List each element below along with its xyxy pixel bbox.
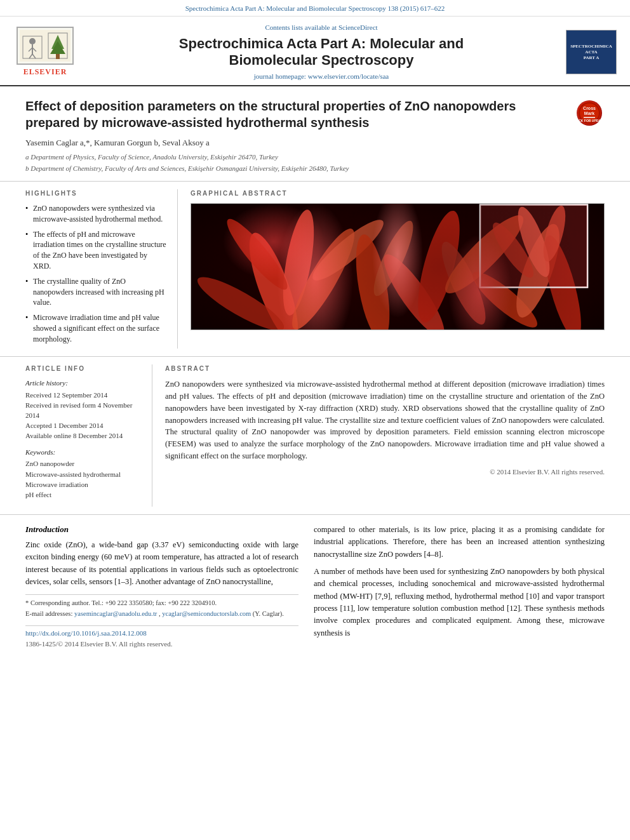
journal-header: ELSEVIER Contents lists available at Sci… <box>0 17 630 86</box>
contents-availability: Contents lists available at ScienceDirec… <box>86 23 556 32</box>
article-title: Effect of deposition parameters on the s… <box>25 98 566 131</box>
svg-point-37 <box>539 204 570 263</box>
doi-link[interactable]: http://dx.doi.org/10.1016/j.saa.2014.12.… <box>25 629 298 638</box>
svg-point-27 <box>375 248 452 330</box>
highlight-item-1: ZnO nanopowders were synthesized via mic… <box>25 203 167 225</box>
body-right-column: compared to other materials, is its low … <box>314 524 605 650</box>
svg-rect-0 <box>20 30 70 62</box>
email-note: E-mail addresses: yasemincaglar@anadolu.… <box>25 610 298 619</box>
graphical-abstract-image: 1μm HV: 5.0 kV WD: 8.0 mm Det: SE2 Mag: … <box>191 203 605 330</box>
intro-paragraph-right-2: A number of methods have been used for s… <box>314 566 605 639</box>
abstract-text: ZnO nanopowders were synthesized via mic… <box>165 378 605 462</box>
crossmark-icon[interactable]: Cross Mark CHECK FOR UPDATES <box>577 100 602 126</box>
svg-point-22 <box>283 222 363 330</box>
affiliation-b: b Department of Chemistry, Faculty of Ar… <box>25 164 566 173</box>
article-info-abstract-section: ARTICLE INFO Article history: Received 1… <box>0 357 630 514</box>
svg-rect-35 <box>480 204 587 287</box>
affiliation-a: a Department of Physics, Faculty of Scie… <box>25 152 566 162</box>
svg-point-25 <box>350 232 396 330</box>
abstract-label: ABSTRACT <box>165 364 605 373</box>
svg-point-31 <box>466 265 543 330</box>
svg-point-24 <box>306 213 389 288</box>
issn-line: 1386-1425/© 2014 Elsevier B.V. All right… <box>25 639 298 649</box>
svg-text:CHECK FOR UPDATES: CHECK FOR UPDATES <box>577 119 601 123</box>
highlight-item-3: The crystalline quality of ZnO nanopowde… <box>25 276 167 308</box>
journal-homepage: journal homepage: www.elsevier.com/locat… <box>86 72 556 81</box>
copyright-notice: © 2014 Elsevier B.V. All rights reserved… <box>165 467 605 477</box>
article-info-label: ARTICLE INFO <box>25 364 142 373</box>
received-date: Received 12 September 2014 <box>25 390 142 400</box>
svg-point-33 <box>537 232 588 330</box>
svg-point-19 <box>240 228 307 330</box>
body-left-column: Introduction Zinc oxide (ZnO), a wide-ba… <box>25 524 298 650</box>
accepted-date: Accepted 1 December 2014 <box>25 421 142 430</box>
svg-point-36 <box>512 204 556 280</box>
journal-title: Spectrochimica Acta Part A: Molecular an… <box>86 36 556 69</box>
svg-point-21 <box>220 213 294 296</box>
highlights-label: HIGHLIGHTS <box>25 189 167 198</box>
highlight-item-4: Microwave irradiation time and pH value … <box>25 312 167 344</box>
svg-point-23 <box>192 269 289 330</box>
graphical-abstract-label: GRAPHICAL ABSTRACT <box>191 189 605 198</box>
doi-section: http://dx.doi.org/10.1016/j.saa.2014.12.… <box>25 625 298 650</box>
highlights-column: HIGHLIGHTS ZnO nanopowders were synthesi… <box>25 189 178 349</box>
crossmark-badge-area[interactable]: Cross Mark CHECK FOR UPDATES <box>577 98 605 126</box>
email-label: E-mail addresses: <box>25 610 74 617</box>
keywords-label: Keywords: <box>25 448 142 457</box>
journal-citation-bar: Spectrochimica Acta Part A: Molecular an… <box>0 0 630 17</box>
svg-rect-11 <box>56 54 60 59</box>
article-history: Article history: Received 12 September 2… <box>25 378 142 441</box>
article-info-column: ARTICLE INFO Article history: Received 1… <box>25 364 152 506</box>
graphical-abstract-column: GRAPHICAL ABSTRACT <box>191 189 605 349</box>
journal-citation-text: Spectrochimica Acta Part A: Molecular an… <box>185 4 445 12</box>
abstract-column: ABSTRACT ZnO nanopowders were synthesize… <box>165 364 605 506</box>
svg-point-38 <box>486 218 539 283</box>
email-link-2[interactable]: ycaglar@semiconductorslab.com <box>162 610 251 617</box>
svg-point-28 <box>410 207 468 326</box>
svg-point-20 <box>277 208 320 317</box>
keywords-section: Keywords: ZnO nanopowder Microwave-assis… <box>25 448 142 500</box>
sciencedirect-link[interactable]: ScienceDirect <box>338 23 378 31</box>
article-authors: Yasemin Caglar a,*, Kamuran Gorgun b, Se… <box>25 137 566 149</box>
keyword-1: ZnO nanopowder <box>25 459 142 469</box>
body-content: Introduction Zinc oxide (ZnO), a wide-ba… <box>0 515 630 658</box>
history-label: Article history: <box>25 378 142 388</box>
revised-date: Received in revised form 4 November 2014 <box>25 401 142 420</box>
highlights-list: ZnO nanopowders were synthesized via mic… <box>25 203 167 345</box>
elsevier-logo-area: ELSEVIER <box>10 27 80 77</box>
highlights-graphical-section: HIGHLIGHTS ZnO nanopowders were synthesi… <box>0 182 630 357</box>
journal-cover-logo: SPECTROCHIMICA ACTA PART A <box>566 30 617 74</box>
available-date: Available online 8 December 2014 <box>25 431 142 441</box>
keyword-2: Microwave-assisted hydrothermal <box>25 470 142 479</box>
svg-rect-18 <box>191 204 604 330</box>
svg-text:Mark: Mark <box>584 111 594 116</box>
elsevier-tree-logo <box>17 27 74 65</box>
svg-text:Cross: Cross <box>583 106 596 110</box>
footnote-section: * Corresponding author. Tel.: +90 222 33… <box>25 594 298 618</box>
article-title-section: Effect of deposition parameters on the s… <box>0 86 630 182</box>
journal-header-center: Contents lists available at ScienceDirec… <box>80 23 563 81</box>
elsevier-brand-text: ELSEVIER <box>23 67 67 77</box>
svg-point-30 <box>437 207 532 302</box>
svg-point-29 <box>434 237 493 329</box>
keyword-3: Microwave irradiation <box>25 480 142 490</box>
email-link-1[interactable]: yasemincaglar@anadolu.edu.tr <box>74 610 157 617</box>
svg-rect-34 <box>480 204 587 287</box>
corresponding-author-note: * Corresponding author. Tel.: +90 222 33… <box>25 599 298 608</box>
intro-paragraph-1: Zinc oxide (ZnO), a wide-band gap (3.37 … <box>25 539 298 589</box>
highlight-item-2: The effects of pH and microwave irradiat… <box>25 229 167 272</box>
article-title-text: Effect of deposition parameters on the s… <box>25 98 566 175</box>
svg-point-26 <box>367 217 420 300</box>
intro-paragraph-right-1: compared to other materials, is its low … <box>314 524 605 561</box>
keyword-4: pH effect <box>25 490 142 500</box>
journal-logo-right: SPECTROCHIMICA ACTA PART A <box>563 30 620 74</box>
svg-point-3 <box>29 38 36 44</box>
introduction-heading: Introduction <box>25 524 298 535</box>
svg-point-32 <box>508 220 568 323</box>
